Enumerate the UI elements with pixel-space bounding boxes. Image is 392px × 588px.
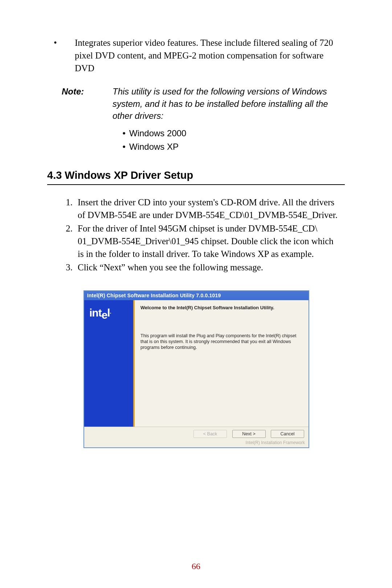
installer-button-bar: < Back Next > Cancel [84,427,309,439]
installer-body: intel. Welcome to the Intel(R) Chipset S… [84,300,309,427]
installer-main-panel: Welcome to the Intel(R) Chipset Software… [135,300,309,427]
setup-steps-list: 1. Insert the driver CD into your system… [47,196,345,274]
bullet-marker: • [47,36,75,74]
intel-logo-drop: e [102,309,107,321]
cancel-button[interactable]: Cancel [271,430,304,438]
note-label: Note: [47,85,113,122]
intel-logo-dot: . [110,309,111,315]
next-button[interactable]: Next > [232,430,266,438]
page-number: 66 [0,561,392,571]
note-os-item: • Windows 2000 [47,126,345,140]
installer-side-panel: intel. [84,300,135,427]
bullet-item: • Integrates superior video features. Th… [47,36,345,74]
note-os-item: • Windows XP [47,140,345,153]
step-item: 1. Insert the driver CD into your system… [47,196,345,221]
step-text: For the driver of Intel 945GM chipset is… [78,222,345,260]
step-item: 2. For the driver of Intel 945GM chipset… [47,222,345,260]
section-heading: 4.3 Windows XP Driver Setup [47,169,345,185]
step-text: Click “Next” when you see the following … [78,261,345,274]
note-os-text: Windows XP [129,140,179,153]
note-os-text: Windows 2000 [129,126,186,140]
intel-logo: intel. [84,300,133,319]
document-page: • Integrates superior video features. Th… [0,0,392,448]
step-number: 1. [47,196,78,221]
step-number: 3. [47,261,78,274]
bullet-marker: • [47,140,129,153]
installer-footer-brand: Intel(R) Installation Framework [84,439,309,447]
intel-logo-post: l [107,307,110,319]
installer-titlebar: Intel(R) Chipset Software Installation U… [84,291,309,300]
note-block: Note: This utility is used for the follo… [47,85,345,153]
installer-welcome-desc: This program will install the Plug and P… [140,333,302,351]
back-button: < Back [193,430,227,438]
step-item: 3. Click “Next” when you see the followi… [47,261,345,274]
step-number: 2. [47,222,78,260]
bullet-text: Integrates superior video features. Thes… [75,36,345,74]
note-text: This utility is used for the following v… [113,85,345,122]
step-text: Insert the driver CD into your system's … [78,196,345,221]
installer-welcome-title: Welcome to the Intel(R) Chipset Software… [140,305,302,311]
bullet-marker: • [47,126,129,140]
intel-logo-pre: int [89,307,102,319]
installer-window: Intel(R) Chipset Software Installation U… [83,290,309,448]
